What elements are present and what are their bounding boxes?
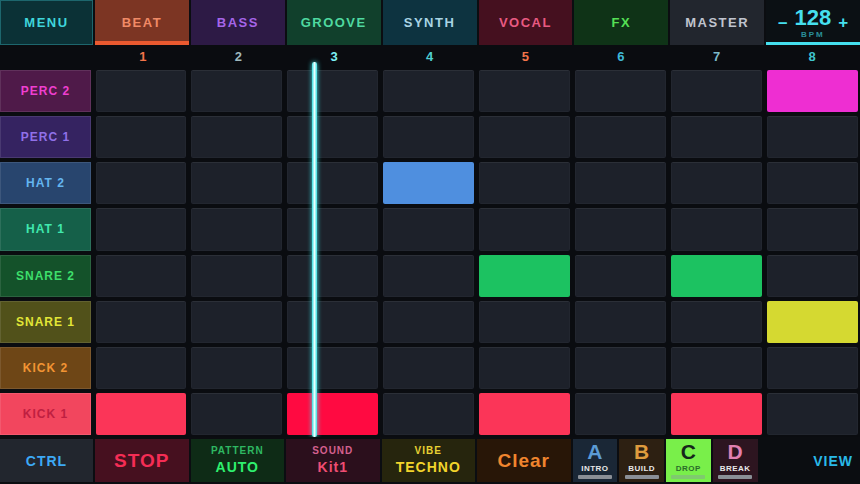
tab-master[interactable]: MASTER — [670, 0, 764, 45]
grid-cell-hat-2-step-6[interactable] — [575, 162, 666, 204]
stop-button[interactable]: STOP — [95, 439, 189, 482]
grid-cell-snare-1-step-8[interactable] — [767, 301, 858, 343]
grid-cell-snare-1-step-2[interactable] — [191, 301, 282, 343]
menu-button[interactable]: MENU — [0, 0, 93, 45]
grid-cell-kick-1-step-7[interactable] — [671, 393, 762, 435]
grid-cell-snare-2-step-8[interactable] — [767, 255, 858, 297]
view-button[interactable]: VIEW — [760, 439, 860, 482]
grid-cell-hat-1-step-2[interactable] — [191, 208, 282, 250]
clear-button[interactable]: Clear — [477, 439, 571, 482]
grid-cell-kick-2-step-2[interactable] — [191, 347, 282, 389]
track-label-perc-1[interactable]: PERC 1 — [0, 116, 91, 158]
grid-cell-snare-1-step-6[interactable] — [575, 301, 666, 343]
tab-beat[interactable]: BEAT — [95, 0, 189, 45]
grid-cell-perc-2-step-4[interactable] — [383, 70, 474, 112]
grid-cell-snare-1-step-3[interactable] — [287, 301, 378, 343]
grid-cell-snare-2-step-5[interactable] — [479, 255, 570, 297]
grid-cell-snare-2-step-4[interactable] — [383, 255, 474, 297]
grid-cell-perc-1-step-6[interactable] — [575, 116, 666, 158]
vibe-selector[interactable]: VIBETECHNO — [382, 439, 476, 482]
grid-cell-hat-1-step-3[interactable] — [287, 208, 378, 250]
grid-cell-snare-2-step-6[interactable] — [575, 255, 666, 297]
bpm-plus-button[interactable]: + — [838, 14, 848, 31]
sound-selector[interactable]: SOUNDKit1 — [286, 439, 380, 482]
grid-cell-kick-1-step-1[interactable] — [96, 393, 187, 435]
tab-bass[interactable]: BASS — [191, 0, 285, 45]
track-label-hat-1[interactable]: HAT 1 — [0, 208, 91, 250]
grid-cell-hat-2-step-4[interactable] — [383, 162, 474, 204]
grid-cell-snare-1-step-4[interactable] — [383, 301, 474, 343]
pad-progress-bar — [578, 475, 612, 479]
grid-cell-kick-1-step-6[interactable] — [575, 393, 666, 435]
grid-cell-kick-2-step-8[interactable] — [767, 347, 858, 389]
tab-synth[interactable]: SYNTH — [383, 0, 477, 45]
tab-fx[interactable]: FX — [574, 0, 668, 45]
grid-cell-kick-1-step-2[interactable] — [191, 393, 282, 435]
pad-letter-d: D — [728, 440, 743, 464]
grid-cell-hat-2-step-8[interactable] — [767, 162, 858, 204]
track-label-perc-2[interactable]: PERC 2 — [0, 70, 91, 112]
grid-cell-perc-2-step-3[interactable] — [287, 70, 378, 112]
grid-cell-perc-2-step-8[interactable] — [767, 70, 858, 112]
pattern-selector[interactable]: PATTERNAUTO — [191, 439, 285, 482]
grid-cell-perc-2-step-1[interactable] — [96, 70, 187, 112]
grid-cell-kick-2-step-6[interactable] — [575, 347, 666, 389]
grid-cell-perc-2-step-7[interactable] — [671, 70, 762, 112]
grid-cell-snare-2-step-2[interactable] — [191, 255, 282, 297]
grid-cell-hat-2-step-3[interactable] — [287, 162, 378, 204]
grid-cell-kick-2-step-4[interactable] — [383, 347, 474, 389]
grid-cell-hat-2-step-1[interactable] — [96, 162, 187, 204]
grid-cell-hat-1-step-5[interactable] — [479, 208, 570, 250]
grid-cell-perc-2-step-2[interactable] — [191, 70, 282, 112]
grid-cell-kick-1-step-5[interactable] — [479, 393, 570, 435]
bottom-bar: CTRLSTOPPATTERNAUTOSOUNDKit1VIBETECHNOCl… — [0, 437, 860, 484]
grid-cell-kick-1-step-8[interactable] — [767, 393, 858, 435]
grid-cell-perc-1-step-5[interactable] — [479, 116, 570, 158]
track-label-snare-2[interactable]: SNARE 2 — [0, 255, 91, 297]
grid-cell-perc-1-step-8[interactable] — [767, 116, 858, 158]
pad-d[interactable]: DBREAK — [713, 439, 758, 482]
grid-cell-hat-2-step-5[interactable] — [479, 162, 570, 204]
grid-cell-kick-1-step-4[interactable] — [383, 393, 474, 435]
grid-cell-perc-1-step-1[interactable] — [96, 116, 187, 158]
grid-cell-snare-2-step-1[interactable] — [96, 255, 187, 297]
grid-cell-hat-2-step-2[interactable] — [191, 162, 282, 204]
grid-cell-hat-1-step-1[interactable] — [96, 208, 187, 250]
grid-cell-hat-1-step-7[interactable] — [671, 208, 762, 250]
grid-cell-kick-2-step-7[interactable] — [671, 347, 762, 389]
grid-cell-hat-1-step-4[interactable] — [383, 208, 474, 250]
grid-cell-perc-2-step-5[interactable] — [479, 70, 570, 112]
grid-cell-hat-1-step-6[interactable] — [575, 208, 666, 250]
grid-cell-snare-2-step-7[interactable] — [671, 255, 762, 297]
grid-cell-kick-2-step-3[interactable] — [287, 347, 378, 389]
grid-cell-kick-1-step-3[interactable] — [287, 393, 378, 435]
pad-b[interactable]: BBUILD — [619, 439, 664, 482]
grid-cell-perc-1-step-3[interactable] — [287, 116, 378, 158]
grid-cell-snare-1-step-5[interactable] — [479, 301, 570, 343]
grid-cell-snare-1-step-1[interactable] — [96, 301, 187, 343]
grid-cell-perc-1-step-2[interactable] — [191, 116, 282, 158]
ctrl-button[interactable]: CTRL — [0, 439, 93, 482]
track-label-snare-1[interactable]: SNARE 1 — [0, 301, 91, 343]
grid-cell-hat-1-step-8[interactable] — [767, 208, 858, 250]
track-label-hat-2[interactable]: HAT 2 — [0, 162, 91, 204]
tab-groove[interactable]: GROOVE — [287, 0, 381, 45]
vibe-value: TECHNO — [396, 458, 461, 476]
step-number-row: 12345678 — [0, 45, 860, 68]
grid-cell-snare-1-step-7[interactable] — [671, 301, 762, 343]
grid-cell-perc-1-step-4[interactable] — [383, 116, 474, 158]
grid-cell-kick-2-step-5[interactable] — [479, 347, 570, 389]
track-row-kick-1: KICK 1 — [0, 391, 860, 437]
grid-cell-hat-2-step-7[interactable] — [671, 162, 762, 204]
pad-a[interactable]: AINTRO — [573, 439, 618, 482]
pad-c-active[interactable]: CDROP — [666, 439, 711, 482]
bpm-minus-button[interactable]: – — [778, 14, 787, 31]
track-label-kick-1[interactable]: KICK 1 — [0, 393, 91, 435]
track-label-kick-2[interactable]: KICK 2 — [0, 347, 91, 389]
grid-cell-kick-2-step-1[interactable] — [96, 347, 187, 389]
grid-cell-perc-2-step-6[interactable] — [575, 70, 666, 112]
grid-cell-snare-2-step-3[interactable] — [287, 255, 378, 297]
tab-vocal[interactable]: VOCAL — [479, 0, 573, 45]
pad-letter-a: A — [587, 440, 602, 464]
grid-cell-perc-1-step-7[interactable] — [671, 116, 762, 158]
